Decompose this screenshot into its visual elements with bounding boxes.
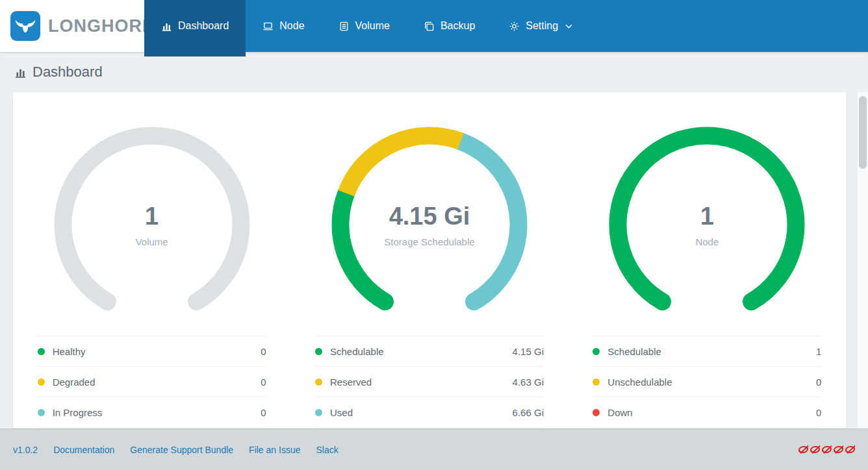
legend-color-dot — [38, 409, 45, 416]
nav-item-backup[interactable]: Backup — [407, 0, 492, 52]
vertical-scrollbar[interactable] — [857, 92, 868, 428]
legend-value: 0 — [261, 346, 266, 357]
legend-label: Healthy — [53, 346, 86, 357]
legend-label: In Progress — [53, 407, 103, 418]
nav-item-setting[interactable]: Setting — [492, 0, 589, 52]
nav-item-volume[interactable]: Volume — [322, 0, 407, 52]
page-title: Dashboard — [32, 64, 103, 80]
storage-gauge: 4.15 Gi Storage Schedulable — [322, 117, 537, 332]
broken-image-icon — [810, 446, 821, 453]
chevron-down-icon — [564, 24, 572, 29]
legend-label: Down — [607, 407, 632, 418]
footer: v1.0.2 Documentation Generate Support Bu… — [0, 428, 868, 470]
node-gauge-chart: 1 Node Schedulable1Unschedulable0Down0 — [593, 117, 821, 428]
bar-chart-icon — [161, 21, 172, 32]
dashboard-card: 1 Volume Healthy0Degraded0In Progress0 4… — [13, 92, 846, 428]
nav-label: Node — [279, 20, 304, 32]
legend-value: 4.15 Gi — [513, 346, 544, 357]
legend-color-dot — [315, 409, 322, 416]
node-legend: Schedulable1Unschedulable0Down0 — [593, 336, 821, 428]
volume-gauge-chart: 1 Volume Healthy0Degraded0In Progress0 — [38, 117, 266, 428]
legend-label: Unschedulable — [607, 377, 672, 388]
legend-row: Healthy0 — [38, 336, 266, 367]
broken-image-icon — [845, 446, 856, 453]
storage-gauge-chart: 4.15 Gi Storage Schedulable Schedulable4… — [315, 117, 544, 428]
bar-chart-icon — [14, 66, 27, 79]
legend-row: Down0 — [593, 397, 821, 428]
legend-row: Schedulable4.15 Gi — [315, 336, 544, 367]
legend-label: Reserved — [330, 377, 372, 388]
logo[interactable]: LONGHORN — [0, 0, 144, 52]
footer-link-documentation[interactable]: Documentation — [53, 445, 114, 455]
legend-color-dot — [38, 378, 45, 386]
legend-row: Unschedulable0 — [593, 367, 821, 397]
nav-label: Dashboard — [178, 20, 229, 32]
legend-color-dot — [315, 348, 322, 355]
legend-color-dot — [593, 378, 600, 386]
main-nav: Dashboard Node Volume Backup — [144, 0, 868, 52]
gauge-ring — [45, 117, 259, 332]
legend-row: Schedulable1 — [593, 336, 821, 367]
footer-broken-images — [798, 446, 855, 453]
nav-label: Setting — [526, 20, 558, 32]
volume-icon — [338, 21, 350, 32]
footer-link-slack[interactable]: Slack — [316, 445, 338, 455]
legend-row: Degraded0 — [38, 367, 266, 397]
gauge-segment — [340, 193, 385, 302]
legend-value: 0 — [261, 407, 266, 418]
gauge-segment — [461, 142, 518, 302]
legend-color-dot — [38, 348, 45, 355]
gauge-segment — [346, 136, 461, 193]
app-header: LONGHORN Dashboard Node Volume — [0, 0, 868, 52]
storage-legend: Schedulable4.15 GiReserved4.63 GiUsed6.6… — [315, 336, 544, 428]
legend-value: 6.66 Gi — [513, 407, 544, 418]
scrollbar-thumb[interactable] — [859, 96, 867, 169]
nav-item-dashboard[interactable]: Dashboard — [144, 0, 246, 52]
footer-link-version[interactable]: v1.0.2 — [13, 445, 38, 455]
main-content: 1 Volume Healthy0Degraded0In Progress0 4… — [0, 92, 868, 428]
legend-color-dot — [315, 378, 322, 386]
legend-row: Reserved4.63 Gi — [315, 367, 544, 397]
gauge-charts-row: 1 Volume Healthy0Degraded0In Progress0 4… — [13, 92, 846, 428]
legend-row: Used6.66 Gi — [315, 397, 544, 428]
legend-value: 0 — [261, 377, 266, 388]
gauge-segment — [618, 136, 796, 302]
footer-link-file-issue[interactable]: File an Issue — [249, 445, 300, 455]
longhorn-dashboard-screen: LONGHORN Dashboard Node Volume — [0, 0, 868, 470]
nav-label: Volume — [355, 20, 390, 32]
broken-image-icon — [798, 446, 809, 453]
legend-label: Used — [330, 407, 353, 418]
node-icon — [262, 21, 274, 32]
gauge-ring — [600, 117, 814, 332]
legend-value: 1 — [816, 346, 821, 357]
legend-color-dot — [593, 409, 600, 416]
backup-icon — [424, 21, 435, 32]
breadcrumb: Dashboard — [0, 52, 868, 92]
gauge-segment — [63, 136, 241, 302]
legend-value: 0 — [816, 407, 821, 418]
gear-icon — [509, 21, 520, 32]
legend-color-dot — [593, 348, 600, 355]
node-gauge: 1 Node — [600, 117, 814, 332]
gauge-ring — [322, 117, 537, 332]
nav-item-node[interactable]: Node — [246, 0, 321, 52]
legend-row: In Progress0 — [38, 397, 266, 428]
footer-link-support-bundle[interactable]: Generate Support Bundle — [130, 445, 233, 455]
broken-image-icon — [821, 446, 832, 453]
legend-label: Schedulable — [607, 346, 661, 357]
volume-gauge: 1 Volume — [45, 117, 259, 332]
legend-value: 4.63 Gi — [513, 377, 544, 388]
volume-legend: Healthy0Degraded0In Progress0 — [38, 336, 266, 428]
legend-value: 0 — [816, 377, 821, 388]
legend-label: Degraded — [53, 377, 96, 388]
broken-image-icon — [833, 446, 844, 453]
legend-label: Schedulable — [330, 346, 384, 357]
nav-label: Backup — [440, 20, 475, 32]
app-title: LONGHORN — [48, 16, 156, 36]
longhorn-logo-icon — [10, 11, 40, 41]
